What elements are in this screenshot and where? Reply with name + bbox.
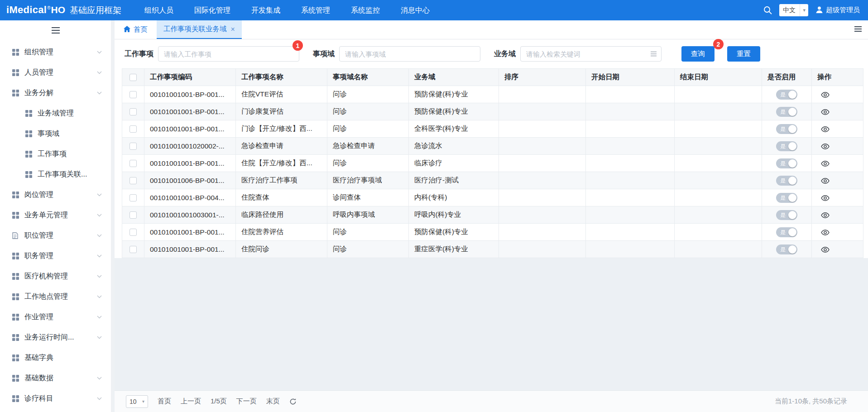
sidebar-item[interactable]: 业务域管理	[0, 103, 111, 124]
tab-list-button[interactable]	[848, 20, 868, 39]
view-eye-icon[interactable]	[821, 161, 830, 167]
enable-toggle[interactable]: 是	[776, 141, 797, 151]
tab-work-item-business-domain[interactable]: 工作事项关联业务域 ×	[157, 20, 242, 39]
sidebar-item[interactable]: 人员管理	[0, 62, 111, 83]
sidebar-item[interactable]: 事项域	[0, 124, 111, 144]
enable-toggle[interactable]: 是	[776, 193, 797, 203]
top-menu-item[interactable]: 组织人员	[134, 0, 184, 20]
business-domain-input[interactable]	[520, 46, 662, 62]
top-menu-item[interactable]: 国际化管理	[184, 0, 241, 20]
view-eye-icon[interactable]	[821, 109, 830, 115]
search-button[interactable]: 查询	[681, 46, 715, 62]
sidebar-collapse-button[interactable]	[0, 20, 111, 42]
row-checkbox[interactable]	[129, 229, 137, 236]
row-checkbox[interactable]	[129, 125, 137, 133]
table-cell: 医疗治疗事项域	[327, 172, 409, 189]
work-item-input-wrap: 1	[158, 46, 299, 62]
view-eye-icon[interactable]	[821, 212, 830, 218]
language-value: 中文	[783, 6, 796, 14]
row-checkbox[interactable]	[129, 160, 137, 167]
sidebar-item[interactable]: 组织管理	[0, 42, 111, 62]
sidebar-item[interactable]: 工作事项关联...	[0, 164, 111, 185]
tab-home[interactable]: 首页	[115, 20, 157, 39]
table-cell: 内科(专科)	[409, 189, 499, 206]
column-header: 业务域	[409, 69, 499, 86]
sidebar-item[interactable]: 工作事项	[0, 144, 111, 164]
hamburger-icon	[51, 27, 60, 36]
list-icon[interactable]	[650, 51, 657, 57]
refresh-icon[interactable]	[289, 398, 297, 405]
sidebar-item[interactable]: 业务运行时间...	[0, 327, 111, 348]
sidebar-item[interactable]: 业务单元管理	[0, 205, 111, 225]
first-page-button[interactable]: 首页	[158, 397, 171, 406]
row-checkbox[interactable]	[129, 108, 137, 115]
toggle-knob	[788, 91, 796, 99]
top-menu-item[interactable]: 开发集成	[241, 0, 291, 20]
select-all-checkbox[interactable]	[129, 74, 137, 81]
chevron-down-icon	[97, 336, 102, 339]
item-domain-input[interactable]	[339, 46, 480, 62]
sidebar-item[interactable]: 作业管理	[0, 307, 111, 327]
view-eye-icon[interactable]	[821, 178, 830, 184]
enable-toggle[interactable]: 是	[776, 124, 797, 134]
next-page-button[interactable]: 下一页	[236, 397, 257, 406]
toggle-knob	[788, 228, 796, 236]
enable-toggle[interactable]: 是	[776, 176, 797, 186]
sidebar-item[interactable]: 职位管理	[0, 225, 111, 246]
table-cell: 住院查体	[236, 189, 327, 206]
table-cell	[675, 241, 762, 258]
search-icon[interactable]	[763, 6, 772, 14]
table-cell: 门诊康复评估	[236, 103, 327, 120]
close-icon[interactable]: ×	[231, 25, 235, 34]
toggle-knob	[788, 211, 796, 219]
enable-toggle[interactable]: 是	[776, 244, 797, 254]
view-eye-icon[interactable]	[821, 230, 830, 235]
app-root: iMedical ® HO 基础应用框架 组织人员国际化管理开发集成系统管理系统…	[0, 0, 868, 412]
table-row: 00101001001003001-...临床路径使用呼吸内事项域呼吸内(科)专…	[122, 206, 863, 224]
reset-button[interactable]: 重置	[727, 46, 760, 62]
chevron-down-icon	[97, 254, 102, 258]
enable-toggle[interactable]: 是	[776, 107, 797, 117]
toggle-label: 是	[780, 177, 786, 184]
sidebar-item[interactable]: 诊疗科目	[0, 388, 111, 409]
enable-toggle[interactable]: 是	[776, 90, 797, 100]
work-item-input[interactable]	[158, 46, 299, 62]
row-checkbox[interactable]	[129, 91, 137, 98]
top-menu-item[interactable]: 消息中心	[390, 0, 440, 20]
language-select[interactable]: 中文 ▾	[779, 4, 808, 16]
view-eye-icon[interactable]	[821, 126, 830, 132]
row-checkbox[interactable]	[129, 194, 137, 201]
sidebar-item[interactable]: 基础字典	[0, 348, 111, 368]
sidebar-item[interactable]: 职务管理	[0, 246, 111, 266]
row-checkbox[interactable]	[129, 246, 137, 253]
view-eye-icon[interactable]	[821, 144, 830, 149]
table-cell	[499, 86, 586, 103]
view-eye-icon[interactable]	[821, 195, 830, 201]
top-menu-item[interactable]: 系统监控	[340, 0, 390, 20]
toggle-knob	[788, 194, 796, 202]
prev-page-button[interactable]: 上一页	[181, 397, 201, 406]
user-menu[interactable]: 超级管理员	[815, 6, 860, 15]
business-domain-input-wrap	[520, 46, 662, 62]
view-eye-icon[interactable]	[821, 247, 830, 253]
row-checkbox[interactable]	[129, 177, 137, 184]
row-checkbox[interactable]	[129, 143, 137, 150]
last-page-button[interactable]: 末页	[266, 397, 280, 406]
enable-toggle[interactable]: 是	[776, 210, 797, 220]
enable-toggle[interactable]: 是	[776, 227, 797, 237]
view-eye-icon[interactable]	[821, 92, 830, 98]
table-header-row: 工作事项编码工作事项名称事项域名称业务域排序开始日期结束日期是否启用操作	[122, 69, 863, 86]
page-size-select[interactable]: 10 ▾	[126, 395, 148, 408]
sidebar-item[interactable]: 工作地点管理	[0, 287, 111, 307]
sidebar-item[interactable]: 业务分解	[0, 83, 111, 103]
chevron-down-icon	[97, 71, 102, 74]
sidebar-item[interactable]: 岗位管理	[0, 185, 111, 205]
sidebar-item[interactable]: 医疗机构管理	[0, 266, 111, 287]
enable-toggle[interactable]: 是	[776, 158, 797, 168]
row-checkbox[interactable]	[129, 211, 137, 219]
toggle-knob	[788, 142, 796, 150]
sidebar-item[interactable]: 基础数据	[0, 368, 111, 388]
grid-icon	[12, 314, 19, 321]
table-cell	[675, 138, 762, 155]
top-menu-item[interactable]: 系统管理	[291, 0, 340, 20]
